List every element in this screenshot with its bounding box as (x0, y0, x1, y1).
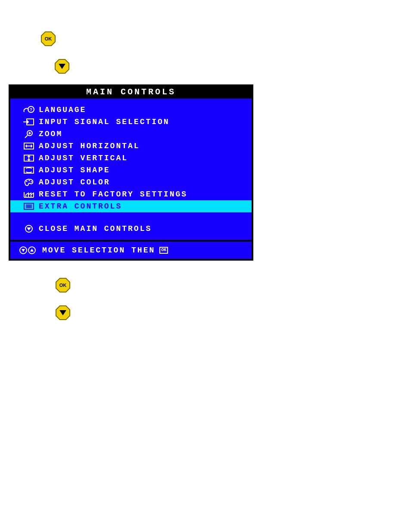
osd-title: MAIN CONTROLS (10, 86, 252, 99)
menu-item-close[interactable]: CLOSE MAIN CONTROLS (10, 223, 252, 235)
ok-button[interactable]: OK (40, 31, 56, 47)
menu-item-label: ADJUST SHAPE (39, 166, 110, 174)
menu-item-label: EXTRA CONTROLS (39, 202, 122, 211)
svg-text:OK: OK (45, 36, 52, 41)
menu-item-input-signal[interactable]: INPUT SIGNAL SELECTION (10, 116, 252, 128)
menu-item-label: INPUT SIGNAL SELECTION (39, 118, 170, 126)
footer-text: MOVE SELECTION THEN (42, 246, 155, 255)
osd-body: ? LANGUAGE INPUT SIGNAL SELECTION (10, 99, 252, 240)
up-down-icons (19, 246, 36, 255)
extra-controls-icon (19, 202, 39, 211)
svg-marker-22 (27, 227, 31, 230)
adjust-vertical-icon (19, 153, 39, 163)
osd-footer-text: MOVE SELECTION THEN OK (42, 246, 168, 255)
menu-item-label: ADJUST VERTICAL (39, 154, 128, 162)
ok-button[interactable]: OK (55, 277, 71, 293)
input-signal-icon (19, 117, 39, 127)
menu-item-label: ZOOM (39, 130, 62, 138)
svg-point-16 (31, 181, 32, 183)
adjust-color-icon (19, 177, 39, 187)
osd-footer: MOVE SELECTION THEN OK (10, 242, 252, 259)
adjust-shape-icon (19, 165, 39, 175)
menu-item-label: ADJUST COLOR (39, 178, 110, 187)
down-button[interactable] (55, 305, 71, 320)
osd-main-controls: MAIN CONTROLS ? LANGUAGE INPUT SIGNAL S (9, 84, 253, 261)
menu-item-extra-controls[interactable]: EXTRA CONTROLS (10, 200, 252, 212)
svg-text:OK: OK (59, 283, 67, 288)
menu-item-label: LANGUAGE (39, 106, 86, 114)
svg-marker-24 (22, 249, 25, 252)
svg-text:?: ? (30, 108, 32, 112)
menu-item-adjust-vertical[interactable]: ADJUST VERTICAL (10, 152, 252, 164)
svg-point-15 (29, 180, 30, 181)
adjust-horizontal-icon (19, 141, 39, 151)
down-button[interactable] (54, 59, 70, 74)
svg-line-10 (25, 135, 28, 138)
close-down-icon (19, 224, 39, 233)
menu-item-adjust-shape[interactable]: ADJUST SHAPE (10, 164, 252, 176)
ok-icon: OK (159, 247, 168, 254)
menu-item-label: ADJUST HORIZONTAL (39, 142, 140, 150)
menu-item-adjust-color[interactable]: ADJUST COLOR (10, 176, 252, 188)
menu-item-reset-factory[interactable]: RESET TO FACTORY SETTINGS (10, 188, 252, 200)
menu-item-label: RESET TO FACTORY SETTINGS (39, 190, 187, 199)
factory-icon (19, 190, 39, 199)
svg-marker-26 (30, 249, 34, 252)
menu-item-zoom[interactable]: ZOOM (10, 128, 252, 140)
language-icon: ? (19, 105, 39, 115)
menu-item-label: CLOSE MAIN CONTROLS (39, 224, 152, 233)
zoom-icon (19, 129, 39, 139)
menu-item-language[interactable]: ? LANGUAGE (10, 104, 252, 116)
svg-point-14 (26, 181, 28, 182)
menu-item-adjust-horizontal[interactable]: ADJUST HORIZONTAL (10, 140, 252, 152)
